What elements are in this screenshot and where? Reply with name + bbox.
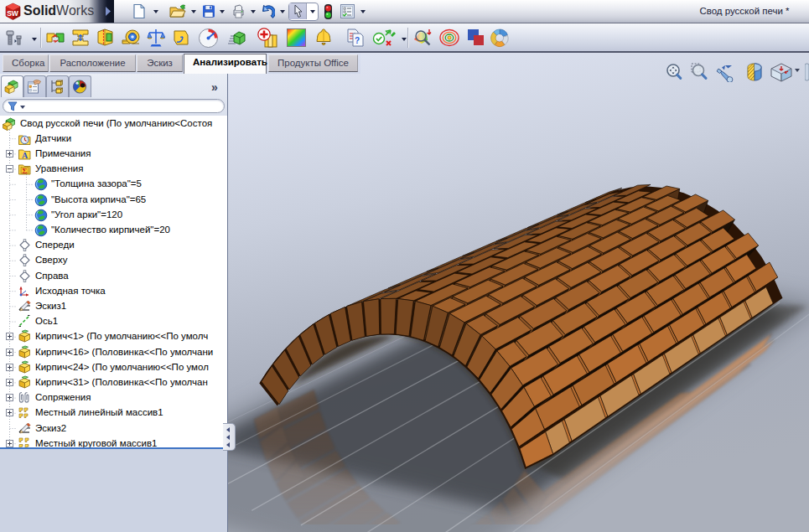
svg-text:Σ: Σ [23, 167, 28, 175]
svg-text:A: A [22, 150, 29, 159]
svg-text:?: ? [355, 36, 360, 45]
svg-text:SW: SW [7, 9, 19, 18]
